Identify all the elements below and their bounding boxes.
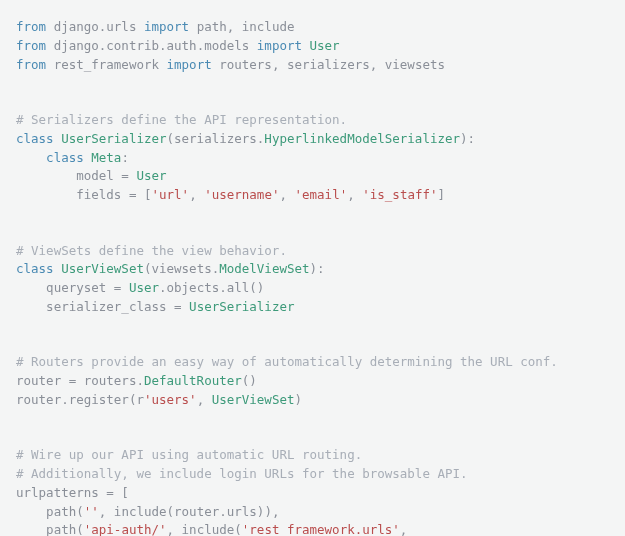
code-block: from django.urls import path, include fr…	[16, 18, 609, 536]
code-line: router.register(r'users', UserViewSet)	[16, 392, 302, 407]
code-line: router = routers.DefaultRouter()	[16, 373, 257, 388]
code-line: # Serializers define the API representat…	[16, 112, 347, 127]
code-line: class UserSerializer(serializers.Hyperli…	[16, 131, 475, 146]
code-line: class UserViewSet(viewsets.ModelViewSet)…	[16, 261, 325, 276]
code-line: from django.urls import path, include	[16, 19, 294, 34]
code-line: fields = ['url', 'username', 'email', 'i…	[16, 187, 445, 202]
code-line: from django.contrib.auth.models import U…	[16, 38, 340, 53]
code-line: model = User	[16, 168, 167, 183]
code-line: # Routers provide an easy way of automat…	[16, 354, 558, 369]
code-line: from rest_framework import routers, seri…	[16, 57, 445, 72]
code-line: # ViewSets define the view behavior.	[16, 243, 287, 258]
code-line: path('api-auth/', include('rest_framewor…	[16, 522, 415, 536]
code-line: # Wire up our API using automatic URL ro…	[16, 447, 362, 462]
code-line: queryset = User.objects.all()	[16, 280, 264, 295]
code-line: serializer_class = UserSerializer	[16, 299, 294, 314]
code-line: urlpatterns = [	[16, 485, 129, 500]
code-line: class Meta:	[16, 150, 129, 165]
code-line: # Additionally, we include login URLs fo…	[16, 466, 468, 481]
code-line: path('', include(router.urls)),	[16, 504, 279, 519]
